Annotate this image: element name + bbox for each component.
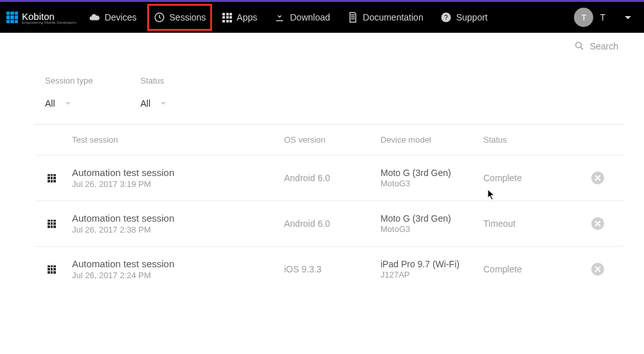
session-name: Automation test session [72, 167, 284, 178]
filter-status-label: Status [140, 76, 166, 85]
session-name: Automation test session [72, 213, 284, 224]
session-os: Android 6.0 [284, 173, 380, 183]
clock-icon [154, 12, 165, 23]
session-date: Jul 26, 2017 3:19 PM [72, 179, 284, 189]
session-date: Jul 26, 2017 2:38 PM [72, 225, 284, 235]
nav-support[interactable]: ? Support [432, 2, 496, 33]
chevron-down-icon [161, 102, 166, 105]
nav-download[interactable]: Download [265, 2, 338, 33]
chevron-down-icon [66, 102, 71, 105]
document-icon [347, 12, 359, 23]
search-bar: Search [0, 33, 644, 55]
filter-status-select[interactable]: All [140, 98, 166, 109]
chevron-down-icon [625, 16, 631, 19]
close-icon [595, 175, 601, 181]
user-menu[interactable]: T T [574, 8, 638, 27]
delete-button[interactable] [591, 217, 604, 230]
nav-devices[interactable]: Devices [80, 2, 145, 33]
download-icon [274, 12, 285, 23]
col-test-session: Test session [72, 135, 284, 145]
search-icon [574, 40, 585, 51]
svg-text:?: ? [444, 13, 448, 21]
table-row[interactable]: Automation test session Jul 26, 2017 2:2… [35, 246, 625, 292]
filter-session-type-select[interactable]: All [45, 98, 93, 109]
topbar: Kobiton Empowering Mobile Developers Dev… [0, 2, 644, 33]
session-status: Timeout [483, 218, 573, 229]
session-icon [48, 220, 56, 228]
col-device-model: Device model [380, 135, 483, 145]
session-icon [48, 265, 56, 274]
svg-line-4 [580, 48, 583, 50]
nav-documentation-label: Documentation [363, 12, 424, 22]
svg-point-3 [575, 42, 581, 48]
cloud-icon [89, 12, 100, 23]
search-input[interactable]: Search [574, 40, 618, 51]
filter-bar: Session type All Status All [35, 71, 625, 124]
table-header: Test session OS version Device model Sta… [35, 125, 625, 155]
session-date: Jul 26, 2017 2:24 PM [72, 270, 284, 280]
table-row[interactable]: Automation test session Jul 26, 2017 2:3… [35, 200, 625, 246]
session-status: Complete [483, 173, 573, 183]
filter-status: Status All [140, 76, 166, 109]
delete-button[interactable] [591, 172, 604, 184]
brand-logo[interactable]: Kobiton Empowering Mobile Developers [6, 11, 76, 24]
session-os: iOS 9.3.3 [284, 264, 380, 274]
nav-apps[interactable]: Apps [214, 2, 265, 33]
avatar: T [574, 8, 593, 27]
table-body: Automation test session Jul 26, 2017 3:1… [35, 155, 625, 292]
nav-download-label: Download [290, 12, 330, 22]
user-name: T [600, 12, 605, 22]
device-model-code: J127AP [380, 270, 483, 279]
table-row[interactable]: Automation test session Jul 26, 2017 3:1… [35, 155, 625, 200]
close-icon [595, 220, 601, 227]
device-model-code: MotoG3 [380, 179, 483, 188]
col-status: Status [483, 135, 573, 145]
device-model: iPad Pro 9.7 (Wi-Fi) [380, 259, 483, 269]
session-name: Automation test session [72, 258, 284, 269]
brand-tagline: Empowering Mobile Developers [22, 21, 76, 24]
device-model: Moto G (3rd Gen) [380, 168, 483, 178]
search-label: Search [590, 41, 618, 51]
main-nav: Devices Sessions Apps Download Documenta… [80, 2, 496, 33]
session-icon [48, 174, 56, 182]
session-os: Android 6.0 [284, 218, 380, 229]
session-status: Complete [483, 264, 573, 274]
grid-icon [222, 13, 232, 22]
nav-sessions-label: Sessions [170, 12, 206, 22]
filter-status-value: All [140, 98, 150, 109]
nav-apps-label: Apps [237, 12, 257, 22]
help-icon: ? [440, 12, 452, 23]
device-model: Moto G (3rd Gen) [380, 213, 483, 224]
nav-sessions[interactable]: Sessions [145, 2, 215, 33]
col-os-version: OS version [284, 135, 380, 145]
nav-support-label: Support [456, 12, 488, 22]
filter-session-type: Session type All [45, 76, 93, 109]
brand-logo-icon [6, 12, 18, 23]
delete-button[interactable] [591, 263, 604, 276]
device-model-code: MotoG3 [380, 224, 483, 234]
close-icon [595, 266, 601, 272]
filter-session-type-label: Session type [45, 76, 93, 85]
nav-devices-label: Devices [105, 12, 137, 22]
nav-documentation[interactable]: Documentation [339, 2, 432, 33]
session-panel: Session type All Status All Test session… [35, 71, 625, 292]
filter-session-type-value: All [45, 98, 55, 109]
